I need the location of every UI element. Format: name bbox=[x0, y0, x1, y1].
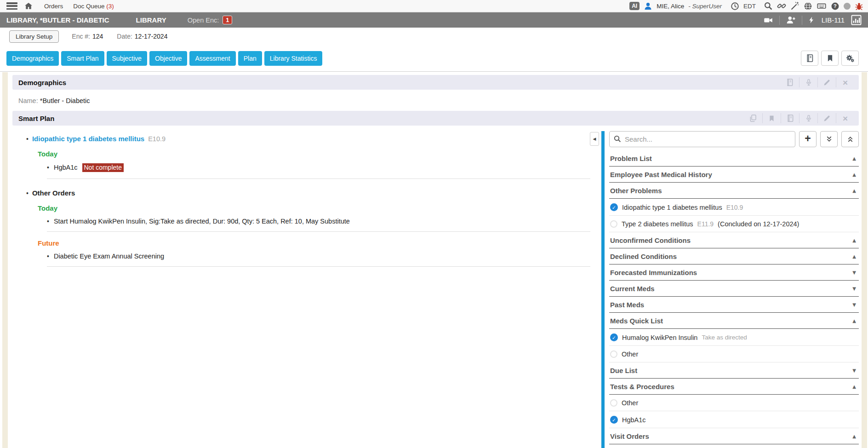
lightning-icon[interactable] bbox=[808, 15, 815, 25]
chevron-down-icon: ▼ bbox=[852, 368, 856, 373]
add-button[interactable]: + bbox=[799, 131, 817, 147]
copy-icon[interactable] bbox=[744, 113, 762, 123]
search-icon[interactable] bbox=[764, 1, 773, 11]
pencil-icon[interactable] bbox=[817, 77, 836, 87]
sidebar-section-label: Declined Conditions bbox=[610, 253, 677, 260]
sidebar-section-declined-conditions[interactable]: Declined Conditions▲ bbox=[609, 248, 859, 264]
clock-icon[interactable] bbox=[731, 2, 739, 11]
sidebar-item-humalog-kwikpen-insulin[interactable]: ✓Humalog KwikPen InsulinTake as directed bbox=[609, 329, 859, 346]
problem-link[interactable]: Idiopathic type 1 diabetes mellitus bbox=[32, 135, 144, 143]
sidebar-section-past-meds[interactable]: Past Meds▼ bbox=[609, 297, 859, 313]
sidebar-section-tests-procedures[interactable]: Tests & Procedures▲ bbox=[609, 379, 859, 395]
sidebar-collapse-button[interactable]: ◀ bbox=[590, 132, 599, 146]
right-margin-stripe bbox=[862, 72, 867, 448]
sidebar-item-idiopathic-type-1-diabetes-mellitus[interactable]: ✓Idiopathic type 1 diabetes mellitusE10.… bbox=[609, 199, 859, 216]
sidebar-section-visit-orders[interactable]: Visit Orders▲ bbox=[609, 428, 859, 444]
sidebar-section-employee-past-medical-history[interactable]: Employee Past Medical History▲ bbox=[609, 167, 859, 183]
sidebar-item-text: Idiopathic type 1 diabetes mellitus bbox=[622, 204, 722, 211]
pencil-icon[interactable] bbox=[817, 113, 836, 123]
wand-icon[interactable] bbox=[790, 1, 799, 11]
book-button[interactable] bbox=[801, 51, 818, 66]
chevron-down-icon: ▼ bbox=[852, 270, 856, 275]
sidebar-item-hgba1c[interactable]: ✓HgbA1c bbox=[609, 411, 859, 428]
demographics-section-header: Demographics × bbox=[12, 75, 859, 90]
name-value: *Butler - Diabetic bbox=[40, 97, 90, 104]
person-add-icon[interactable] bbox=[785, 15, 796, 25]
sidebar-section-forecasted-immunizations[interactable]: Forecasted Immunizations▼ bbox=[609, 264, 859, 281]
bookmark-button[interactable] bbox=[821, 51, 839, 66]
search-input[interactable] bbox=[609, 131, 795, 147]
order-item[interactable]: •Start Humalog KwikPen Insulin, Sig:Take… bbox=[47, 218, 590, 232]
user-icon[interactable] bbox=[644, 2, 652, 11]
help-icon[interactable]: ? bbox=[831, 2, 839, 11]
tab-plan[interactable]: Plan bbox=[238, 51, 262, 66]
search-icon bbox=[613, 135, 622, 143]
hamburger-menu-icon[interactable] bbox=[6, 2, 17, 10]
bookmark-icon[interactable] bbox=[762, 113, 781, 123]
sidebar-section-problem-list[interactable]: Problem List▲ bbox=[609, 150, 859, 167]
sidebar-section-unconfirmed-conditions[interactable]: Unconfirmed Conditions▲ bbox=[609, 232, 859, 248]
sidebar-accent-strip bbox=[601, 131, 605, 448]
chevron-up-icon: ▲ bbox=[852, 238, 856, 243]
settings-button[interactable] bbox=[841, 51, 859, 66]
user-name[interactable]: MIE, Alice bbox=[657, 3, 684, 10]
tab-subjective[interactable]: Subjective bbox=[107, 51, 148, 66]
content-area: Demographics × Name: *Butler - Diabetic … bbox=[0, 72, 868, 448]
sidebar-section-other-problems[interactable]: Other Problems▲ bbox=[609, 183, 859, 199]
home-icon[interactable] bbox=[24, 1, 33, 11]
sidebar-section-due-list[interactable]: Due List▼ bbox=[609, 362, 859, 379]
keyboard-icon[interactable] bbox=[817, 1, 827, 11]
link-icon[interactable] bbox=[777, 1, 786, 11]
sidebar-section-label: Employee Past Medical History bbox=[610, 171, 712, 178]
book-icon[interactable] bbox=[781, 113, 799, 123]
top-bar: Orders Doc Queue (3) AI MIE, Alice - Sup… bbox=[0, 0, 868, 12]
double-chevron-down-icon bbox=[825, 135, 833, 143]
microphone-icon[interactable] bbox=[799, 113, 817, 123]
bug-icon[interactable] bbox=[855, 2, 863, 11]
close-icon[interactable]: × bbox=[836, 77, 854, 87]
globe-icon[interactable] bbox=[804, 2, 812, 11]
bookmark-icon bbox=[826, 54, 834, 62]
sidebar-search-row: + bbox=[609, 131, 859, 147]
ai-badge[interactable]: AI bbox=[629, 2, 640, 10]
status-circle-icon[interactable] bbox=[844, 3, 851, 10]
sidebar-item-other[interactable]: Other bbox=[609, 346, 859, 362]
tab-demographics[interactable]: Demographics bbox=[6, 51, 59, 66]
chevron-up-icon: ▲ bbox=[852, 254, 856, 259]
expand-all-button[interactable] bbox=[820, 131, 838, 147]
close-icon[interactable]: × bbox=[836, 113, 854, 123]
patient-bar-tools: LIB-111 bbox=[763, 15, 862, 25]
microphone-icon[interactable] bbox=[799, 77, 817, 87]
period-heading-future: Future bbox=[38, 239, 590, 247]
tab-objective[interactable]: Objective bbox=[149, 51, 187, 66]
book-icon[interactable] bbox=[781, 77, 799, 87]
sidebar-item-other[interactable]: Other bbox=[609, 395, 859, 411]
library-setup-button[interactable]: Library Setup bbox=[9, 30, 59, 43]
menu-item-orders[interactable]: Orders bbox=[44, 3, 63, 10]
collapse-all-button[interactable] bbox=[841, 131, 859, 147]
sidebar-section-meds-quick-list[interactable]: Meds Quick List▲ bbox=[609, 313, 859, 329]
patient-bar: LIBRARY, *BUTLER - DIABETIC LIBRARY Open… bbox=[0, 12, 868, 28]
tab-bar: DemographicsSmart PlanSubjectiveObjectiv… bbox=[0, 45, 868, 72]
tab-library-statistics[interactable]: Library Statistics bbox=[264, 51, 323, 66]
book-icon bbox=[805, 54, 814, 63]
menu-item-doc-queue[interactable]: Doc Queue (3) bbox=[73, 3, 114, 10]
bar-chart-icon[interactable] bbox=[851, 15, 862, 25]
open-enc-count-badge[interactable]: 1 bbox=[223, 16, 232, 24]
sidebar-section-current-meds[interactable]: Current Meds▼ bbox=[609, 281, 859, 297]
clinic-name[interactable]: LIBRARY bbox=[136, 16, 166, 24]
doc-queue-count: (3) bbox=[106, 3, 114, 10]
sidebar-section-label: Visit Orders bbox=[610, 432, 649, 440]
tab-tools bbox=[801, 51, 859, 66]
chevron-up-icon: ▲ bbox=[852, 188, 856, 193]
sidebar-sections: Problem List▲Employee Past Medical Histo… bbox=[609, 150, 859, 444]
sidebar-item-type-2-diabetes-mellitus[interactable]: Type 2 diabetes mellitusE11.9 (Concluded… bbox=[609, 216, 859, 232]
order-item[interactable]: •HgbA1cNot complete bbox=[47, 163, 590, 179]
plus-icon: + bbox=[805, 133, 811, 144]
tab-smart-plan[interactable]: Smart Plan bbox=[61, 51, 104, 66]
order-item[interactable]: •Diabetic Eye Exam Annual Screening bbox=[47, 253, 590, 267]
tab-assessment[interactable]: Assessment bbox=[189, 51, 235, 66]
video-camera-icon[interactable] bbox=[763, 16, 774, 25]
patient-name[interactable]: LIBRARY, *BUTLER - DIABETIC bbox=[6, 16, 109, 24]
sidebar-section-label: Unconfirmed Conditions bbox=[610, 236, 691, 244]
